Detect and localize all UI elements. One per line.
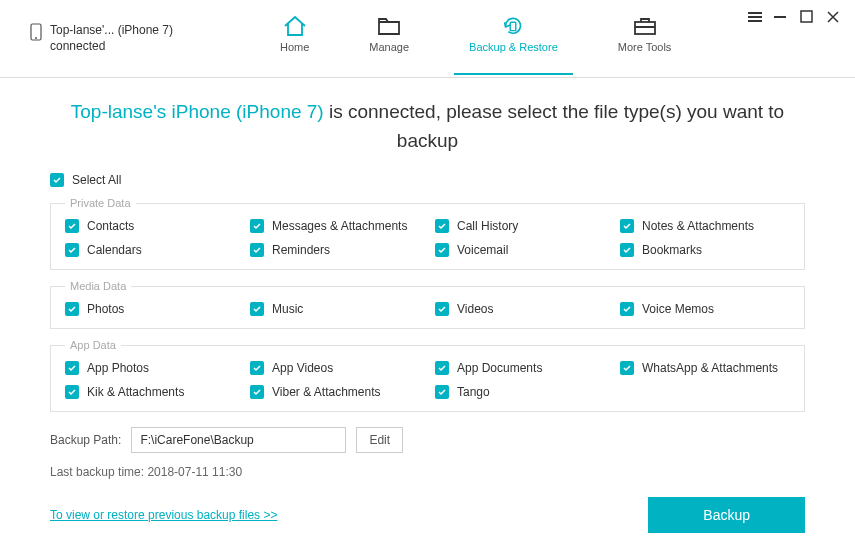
checkbox[interactable] bbox=[435, 219, 449, 233]
last-backup-time: Last backup time: 2018-07-11 11:30 bbox=[50, 465, 805, 479]
checkbox[interactable] bbox=[620, 361, 634, 375]
checkbox[interactable] bbox=[435, 243, 449, 257]
option-music: Music bbox=[250, 302, 420, 316]
nav-backup-label: Backup & Restore bbox=[469, 41, 558, 53]
checkbox[interactable] bbox=[250, 361, 264, 375]
backup-button[interactable]: Backup bbox=[648, 497, 805, 533]
nav-backup-restore[interactable]: Backup & Restore bbox=[469, 15, 558, 63]
checkbox[interactable] bbox=[620, 302, 634, 316]
checkbox[interactable] bbox=[250, 385, 264, 399]
svg-point-6 bbox=[35, 37, 37, 39]
group-media-data: Media Data PhotosMusicVideosVoice Memos bbox=[50, 280, 805, 329]
headline: Top-lanse's iPhone (iPhone 7) is connect… bbox=[50, 98, 805, 155]
option-viber-attachments: Viber & Attachments bbox=[250, 385, 420, 399]
option-kik-attachments: Kik & Attachments bbox=[65, 385, 235, 399]
maximize-icon[interactable] bbox=[800, 10, 814, 24]
checkbox[interactable] bbox=[250, 243, 264, 257]
svg-rect-7 bbox=[511, 22, 517, 30]
option-app-photos: App Photos bbox=[65, 361, 235, 375]
checkbox[interactable] bbox=[65, 361, 79, 375]
option-label: Voice Memos bbox=[642, 302, 714, 316]
option-videos: Videos bbox=[435, 302, 605, 316]
nav: Home Manage Backup & Restore More Tools bbox=[280, 15, 671, 63]
svg-rect-3 bbox=[774, 16, 786, 18]
option-messages-attachments: Messages & Attachments bbox=[250, 219, 420, 233]
backup-path-input[interactable] bbox=[131, 427, 346, 453]
option-label: Kik & Attachments bbox=[87, 385, 184, 399]
option-label: WhatsApp & Attachments bbox=[642, 361, 778, 375]
checkbox[interactable] bbox=[65, 243, 79, 257]
svg-rect-4 bbox=[801, 11, 812, 22]
option-label: App Videos bbox=[272, 361, 333, 375]
option-calendars: Calendars bbox=[65, 243, 235, 257]
headline-device: Top-lanse's iPhone (iPhone 7) bbox=[71, 101, 324, 122]
bottom-row: To view or restore previous backup files… bbox=[50, 497, 805, 533]
option-notes-attachments: Notes & Attachments bbox=[620, 219, 790, 233]
checkbox[interactable] bbox=[65, 219, 79, 233]
checkbox[interactable] bbox=[250, 219, 264, 233]
option-label: Contacts bbox=[87, 219, 134, 233]
option-reminders: Reminders bbox=[250, 243, 420, 257]
option-label: Videos bbox=[457, 302, 493, 316]
checkbox[interactable] bbox=[435, 302, 449, 316]
option-voicemail: Voicemail bbox=[435, 243, 605, 257]
headline-suffix: is connected, please select the file typ… bbox=[324, 101, 784, 151]
checkbox[interactable] bbox=[620, 219, 634, 233]
option-bookmarks: Bookmarks bbox=[620, 243, 790, 257]
restore-icon bbox=[500, 15, 526, 37]
topbar: Top-lanse'... (iPhone 7) connected Home … bbox=[0, 0, 855, 78]
option-label: App Documents bbox=[457, 361, 542, 375]
checkbox[interactable] bbox=[620, 243, 634, 257]
checkbox[interactable] bbox=[250, 302, 264, 316]
checkbox[interactable] bbox=[65, 385, 79, 399]
svg-rect-8 bbox=[635, 22, 655, 34]
group-media-title: Media Data bbox=[65, 280, 131, 292]
phone-icon bbox=[30, 23, 42, 45]
option-label: Messages & Attachments bbox=[272, 219, 407, 233]
option-app-documents: App Documents bbox=[435, 361, 605, 375]
device-status: connected bbox=[50, 39, 173, 55]
option-app-videos: App Videos bbox=[250, 361, 420, 375]
option-label: Calendars bbox=[87, 243, 142, 257]
option-label: Photos bbox=[87, 302, 124, 316]
checkbox[interactable] bbox=[65, 302, 79, 316]
option-label: Call History bbox=[457, 219, 518, 233]
option-label: Tango bbox=[457, 385, 490, 399]
content: Top-lanse's iPhone (iPhone 7) is connect… bbox=[0, 78, 855, 548]
nav-tools-label: More Tools bbox=[618, 41, 672, 53]
option-label: App Photos bbox=[87, 361, 149, 375]
select-all-checkbox[interactable] bbox=[50, 173, 64, 187]
option-tango: Tango bbox=[435, 385, 605, 399]
home-icon bbox=[282, 15, 308, 37]
group-private-data: Private Data ContactsMessages & Attachme… bbox=[50, 197, 805, 270]
folder-icon bbox=[376, 15, 402, 37]
toolbox-icon bbox=[632, 15, 658, 37]
option-label: Music bbox=[272, 302, 303, 316]
view-restore-link[interactable]: To view or restore previous backup files… bbox=[50, 508, 277, 522]
option-label: Notes & Attachments bbox=[642, 219, 754, 233]
close-icon[interactable] bbox=[826, 10, 840, 24]
menu-icon[interactable] bbox=[748, 10, 762, 24]
nav-home-label: Home bbox=[280, 41, 309, 53]
option-whatsapp-attachments: WhatsApp & Attachments bbox=[620, 361, 790, 375]
edit-button[interactable]: Edit bbox=[356, 427, 403, 453]
option-voice-memos: Voice Memos bbox=[620, 302, 790, 316]
nav-more-tools[interactable]: More Tools bbox=[618, 15, 672, 63]
minimize-icon[interactable] bbox=[774, 10, 788, 24]
option-photos: Photos bbox=[65, 302, 235, 316]
nav-manage-label: Manage bbox=[369, 41, 409, 53]
option-call-history: Call History bbox=[435, 219, 605, 233]
option-label: Reminders bbox=[272, 243, 330, 257]
group-private-title: Private Data bbox=[65, 197, 136, 209]
backup-path-label: Backup Path: bbox=[50, 433, 121, 447]
nav-home[interactable]: Home bbox=[280, 15, 309, 63]
option-label: Voicemail bbox=[457, 243, 508, 257]
option-contacts: Contacts bbox=[65, 219, 235, 233]
checkbox[interactable] bbox=[435, 385, 449, 399]
nav-manage[interactable]: Manage bbox=[369, 15, 409, 63]
checkbox[interactable] bbox=[435, 361, 449, 375]
window-controls bbox=[748, 10, 840, 24]
select-all-label: Select All bbox=[72, 173, 121, 187]
svg-rect-0 bbox=[748, 12, 762, 14]
device-name: Top-lanse'... (iPhone 7) bbox=[50, 23, 173, 39]
